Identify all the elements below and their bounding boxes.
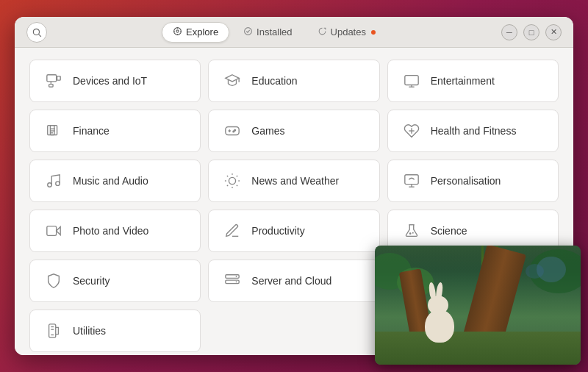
svg-rect-18 <box>226 127 239 135</box>
productivity-icon <box>222 223 243 239</box>
devices-iot-icon <box>43 73 64 89</box>
tab-updates[interactable]: Updates <box>306 22 387 43</box>
svg-rect-5 <box>47 75 57 82</box>
svg-line-34 <box>227 185 228 186</box>
svg-point-46 <box>236 276 237 277</box>
science-icon <box>401 223 422 239</box>
updates-badge <box>371 30 376 35</box>
health-fitness-label: Health and Fitness <box>431 125 517 137</box>
svg-point-0 <box>33 29 39 35</box>
education-icon <box>222 73 243 89</box>
news-weather-label: News and Weather <box>251 175 339 187</box>
category-games[interactable]: Games <box>208 110 379 152</box>
finance-icon <box>43 123 64 139</box>
personalisation-label: Personalisation <box>431 175 501 187</box>
category-finance[interactable]: Finance <box>29 110 201 152</box>
productivity-label: Productivity <box>251 225 304 237</box>
category-devices-iot[interactable]: Devices and IoT <box>29 60 201 102</box>
category-productivity[interactable]: Productivity <box>208 210 379 252</box>
svg-rect-10 <box>404 76 417 85</box>
rabbit-character <box>419 291 459 343</box>
category-security[interactable]: Security <box>29 260 201 302</box>
education-label: Education <box>251 75 297 87</box>
server-cloud-icon <box>222 273 243 289</box>
games-label: Games <box>251 125 284 137</box>
svg-rect-39 <box>47 226 57 236</box>
maximize-button[interactable]: □ <box>523 24 539 40</box>
svg-point-4 <box>245 27 252 35</box>
video-scene <box>375 246 581 365</box>
tab-explore-label: Explore <box>186 26 218 37</box>
svg-line-1 <box>39 34 41 36</box>
svg-point-22 <box>233 131 234 132</box>
music-audio-icon <box>43 173 64 189</box>
minimize-button[interactable]: ─ <box>501 24 517 40</box>
category-entertainment[interactable]: Entertainment <box>387 60 559 102</box>
svg-line-31 <box>237 185 237 186</box>
nav-tabs: Explore Installed Updates <box>47 22 501 43</box>
svg-line-35 <box>237 176 237 176</box>
svg-rect-50 <box>49 324 56 337</box>
tab-explore[interactable]: Explore <box>162 22 229 43</box>
category-personalisation[interactable]: Personalisation <box>387 160 559 202</box>
explore-icon <box>173 26 182 38</box>
health-fitness-icon <box>401 123 422 139</box>
svg-point-27 <box>229 177 236 184</box>
svg-rect-14 <box>50 126 57 135</box>
svg-point-47 <box>236 281 237 282</box>
personalisation-icon <box>401 173 422 189</box>
finance-label: Finance <box>73 125 110 137</box>
tab-installed[interactable]: Installed <box>232 22 303 43</box>
close-button[interactable]: ✕ <box>545 24 562 40</box>
svg-point-26 <box>56 182 60 186</box>
window-controls: ─ □ ✕ <box>501 24 562 40</box>
search-button[interactable] <box>26 22 47 43</box>
utilities-icon <box>43 323 64 339</box>
utilities-label: Utilities <box>73 325 106 337</box>
tab-installed-label: Installed <box>257 26 292 37</box>
svg-point-43 <box>412 232 414 234</box>
photo-video-label: Photo and Video <box>73 225 148 237</box>
games-icon <box>222 123 243 139</box>
music-audio-label: Music and Audio <box>73 175 148 187</box>
svg-rect-6 <box>57 76 61 81</box>
news-weather-icon <box>222 173 243 189</box>
category-photo-video[interactable]: Photo and Video <box>29 210 201 252</box>
svg-marker-40 <box>57 227 61 235</box>
tab-updates-label: Updates <box>331 26 366 37</box>
video-overlay[interactable] <box>375 246 581 365</box>
svg-rect-36 <box>404 175 417 185</box>
security-label: Security <box>73 275 110 287</box>
svg-point-25 <box>48 183 52 187</box>
category-health-fitness[interactable]: Health and Fitness <box>387 110 559 152</box>
server-cloud-label: Server and Cloud <box>251 275 331 287</box>
svg-rect-13 <box>48 126 54 135</box>
category-education[interactable]: Education <box>208 60 379 102</box>
category-music-audio[interactable]: Music and Audio <box>29 160 201 202</box>
photo-video-icon <box>43 223 64 239</box>
category-utilities[interactable]: Utilities <box>29 310 201 352</box>
science-label: Science <box>431 225 467 237</box>
updates-icon <box>318 26 327 38</box>
devices-iot-label: Devices and IoT <box>73 75 147 87</box>
category-news-weather[interactable]: News and Weather <box>208 160 379 202</box>
svg-point-42 <box>409 232 411 235</box>
entertainment-label: Entertainment <box>431 75 495 87</box>
category-server-cloud[interactable]: Server and Cloud <box>208 260 379 302</box>
security-icon <box>43 273 64 289</box>
svg-point-3 <box>176 29 179 32</box>
svg-line-30 <box>227 176 228 176</box>
svg-point-21 <box>234 129 236 131</box>
svg-point-2 <box>174 27 182 35</box>
entertainment-icon <box>401 73 422 89</box>
titlebar: Explore Installed Updates ─ <box>15 17 573 48</box>
svg-rect-7 <box>49 85 54 87</box>
installed-icon <box>243 26 253 38</box>
